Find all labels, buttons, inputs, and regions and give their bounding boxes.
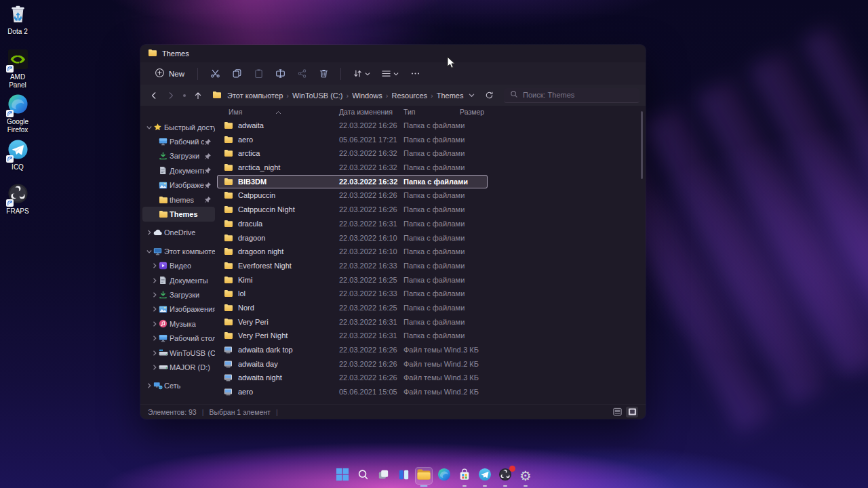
address-dropdown-icon[interactable] <box>469 92 475 100</box>
breadcrumb-item-resources[interactable]: Resources <box>389 90 429 101</box>
column-header-type[interactable]: Тип <box>403 108 416 116</box>
file-row-lol[interactable]: lol22.03.2022 16:33Папка с файлами <box>217 287 488 301</box>
details-view-toggle[interactable] <box>611 407 623 418</box>
search-icon <box>510 90 518 100</box>
sidebar-item-qa-themes-l[interactable]: themes <box>142 192 215 207</box>
file-row-arctica-night[interactable]: arctica_night22.03.2022 16:32Папка с фай… <box>217 161 488 175</box>
sidebar-item-pc-pictures[interactable]: Изображения <box>142 302 215 317</box>
sidebar-item-pc-drive-c[interactable]: WinToUSB (C:) <box>142 346 215 360</box>
file-row-adwaita-night[interactable]: adwaita night22.03.2022 16:26Файл темы W… <box>217 371 488 385</box>
taskbar-search-button[interactable] <box>354 467 372 485</box>
sidebar-item-qa-downloads[interactable]: Загрузки <box>142 149 215 163</box>
sidebar-item-pc-downloads[interactable]: Загрузки <box>142 287 215 302</box>
chevron-right-icon[interactable] <box>151 321 159 327</box>
file-row-arctica[interactable]: arctica22.03.2022 16:32Папка с файлами <box>217 146 488 161</box>
column-header-date[interactable]: Дата изменения <box>339 108 393 116</box>
taskbar-explorer-button[interactable] <box>415 467 433 485</box>
rename-button[interactable] <box>270 66 290 82</box>
file-row-aero[interactable]: aero05.06.2021 15:05Файл темы Wind...2 К… <box>217 385 488 399</box>
paste-button[interactable] <box>248 66 269 82</box>
sidebar-item-qa-themes[interactable]: Themes <box>142 207 215 221</box>
taskbar-edge-button[interactable] <box>435 467 453 485</box>
chevron-down-icon[interactable] <box>145 248 153 255</box>
new-button[interactable]: New <box>149 65 191 82</box>
file-row-adwaita-day[interactable]: adwaita day22.03.2022 16:26Файл темы Win… <box>217 357 488 371</box>
file-row-nord[interactable]: Nord22.03.2022 16:25Папка с файлами <box>217 301 488 315</box>
sidebar-item-onedrive[interactable]: OneDrive <box>142 226 215 240</box>
more-options-button[interactable] <box>405 66 425 82</box>
file-row-very-peri-night[interactable]: Very Peri Night22.03.2022 16:31Папка с ф… <box>217 329 488 343</box>
thumbnails-view-toggle[interactable] <box>626 407 638 418</box>
sidebar-item-qa-pictures[interactable]: Изображения <box>142 178 215 192</box>
taskbar-settings-button[interactable]: ⚙ <box>517 467 534 485</box>
chevron-right-icon[interactable] <box>151 306 159 312</box>
file-row-kimi[interactable]: Kimi22.03.2022 16:25Папка с файлами <box>217 273 488 287</box>
view-button[interactable] <box>376 66 403 82</box>
file-row-adwaita[interactable]: adwaita22.03.2022 16:26Папка с файлами <box>217 119 488 133</box>
taskbar-telegram-button[interactable] <box>476 467 494 485</box>
file-row-dragoon[interactable]: dragoon22.03.2022 16:10Папка с файлами <box>217 231 488 245</box>
refresh-button[interactable] <box>481 88 496 103</box>
sidebar-item-pc-drive-d[interactable]: MAJOR (D:) <box>142 360 215 374</box>
column-header-size[interactable]: Размер <box>460 108 484 116</box>
file-row-bib3dm[interactable]: BIB3DM22.03.2022 16:32Папка с файлами <box>217 175 488 189</box>
sidebar-item-network[interactable]: Сеть <box>142 379 215 393</box>
chevron-right-icon[interactable] <box>151 350 159 357</box>
share-button[interactable] <box>292 66 312 82</box>
taskbar-store-button[interactable] <box>456 467 473 485</box>
desktop-icon-icq[interactable]: ICQ <box>1 140 35 171</box>
sort-button[interactable] <box>348 66 375 82</box>
forward-button[interactable] <box>163 88 178 103</box>
breadcrumb-item-item[interactable]: Этот компьютер <box>225 90 285 101</box>
file-row-dracula[interactable]: dracula22.03.2022 16:31Папка с файлами <box>217 217 488 231</box>
cut-button[interactable] <box>205 66 225 82</box>
breadcrumb-item-themes[interactable]: Themes <box>435 90 466 101</box>
desktop-icon-fraps[interactable]: FRAPS <box>1 184 35 216</box>
sidebar-item-qa-desktop[interactable]: Рабочий стол <box>142 134 215 148</box>
recent-locations-button[interactable] <box>183 94 186 97</box>
file-row-everforest-night[interactable]: Everforest Night22.03.2022 16:33Папка с … <box>217 259 488 273</box>
address-bar[interactable]: Этот компьютер›WinToUSB (C:)›Windows›Res… <box>208 87 479 104</box>
scrollbar-thumb[interactable] <box>641 111 643 179</box>
sidebar-item-pc-video[interactable]: Видео <box>142 259 215 273</box>
sidebar-item-pc-desktop[interactable]: Рабочий стол <box>142 331 215 345</box>
chevron-right-icon[interactable] <box>151 277 159 284</box>
sidebar-item-label: Изображения <box>170 305 215 313</box>
desktop-icon-google-firefox[interactable]: Google Firefox <box>1 94 35 134</box>
scrollbar[interactable] <box>641 111 644 396</box>
taskbar-task-view-button[interactable] <box>374 467 392 485</box>
breadcrumb-item-windows[interactable]: Windows <box>350 90 384 101</box>
sidebar-item-quick-access[interactable]: Быстрый доступ <box>142 120 215 134</box>
chevron-right-icon[interactable] <box>151 291 159 298</box>
chevron-down-icon[interactable] <box>145 124 153 131</box>
back-button[interactable] <box>146 88 161 103</box>
chevron-right-icon[interactable] <box>151 335 159 342</box>
file-row-adwaita-dark-top[interactable]: adwaita dark top22.03.2022 16:26Файл тем… <box>217 343 488 357</box>
file-row-catppuccin-night[interactable]: Catppuccin Night22.03.2022 16:26Папка с … <box>217 203 488 217</box>
copy-button[interactable] <box>226 66 247 82</box>
search-input[interactable]: Поиск: Themes <box>504 88 639 103</box>
sidebar-item-this-pc[interactable]: Этот компьютер <box>142 244 215 258</box>
folder-icon <box>224 136 233 144</box>
sidebar-item-qa-documents[interactable]: Документы <box>142 163 215 178</box>
chevron-right-icon[interactable] <box>151 262 159 269</box>
chevron-right-icon[interactable] <box>151 364 159 371</box>
chevron-right-icon[interactable] <box>145 382 153 389</box>
delete-button[interactable] <box>313 66 334 82</box>
sidebar-item-pc-documents[interactable]: Документы <box>142 273 215 287</box>
taskbar-start-button[interactable] <box>334 467 351 485</box>
desktop-icon-dota-2[interactable]: Dota 2 <box>1 4 35 36</box>
chevron-right-icon[interactable] <box>145 229 153 236</box>
breadcrumb-item-wintousb-c[interactable]: WinToUSB (C:) <box>290 90 345 101</box>
up-button[interactable] <box>191 88 205 103</box>
column-header-name[interactable]: Имя <box>229 108 242 116</box>
window-titlebar[interactable]: Themes <box>140 45 646 62</box>
file-row-very-peri[interactable]: Very Peri22.03.2022 16:31Папка с файлами <box>217 315 488 329</box>
taskbar-obs-button[interactable] <box>496 467 514 485</box>
taskbar-widgets-button[interactable] <box>395 467 412 485</box>
file-row-aero[interactable]: aero05.06.2021 17:21Папка с файлами <box>217 133 488 147</box>
desktop-icon-amd-panel[interactable]: AMD Panel <box>1 49 35 89</box>
file-row-dragoon-night[interactable]: dragoon night22.03.2022 16:10Папка с фай… <box>217 245 488 259</box>
sidebar-item-pc-music[interactable]: Музыка <box>142 317 215 331</box>
file-row-catppuccin[interactable]: Catppuccin22.03.2022 16:26Папка с файлам… <box>217 188 488 203</box>
